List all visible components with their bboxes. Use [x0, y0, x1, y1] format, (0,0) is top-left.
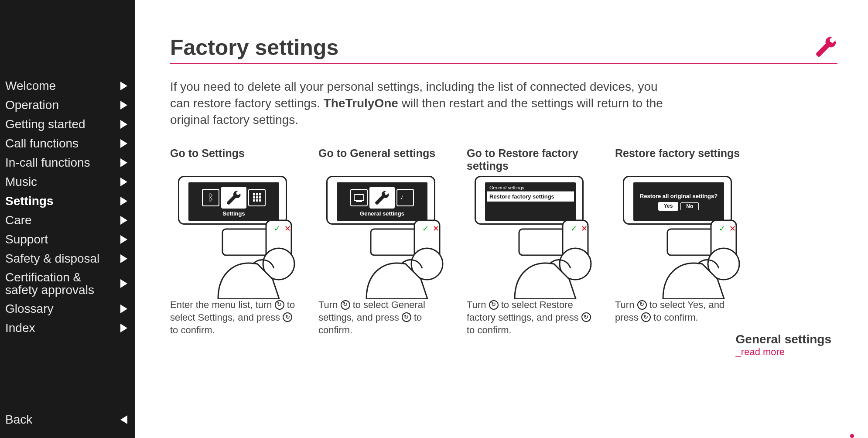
- main-content: Factory settings If you need to delete a…: [135, 0, 868, 438]
- step-description: Turn ↻ to select General settings, and p…: [318, 299, 451, 336]
- general-wrench-icon: [369, 187, 395, 209]
- chevron-right-icon: [120, 120, 127, 129]
- jog-wheel-icon: ↻: [341, 300, 350, 310]
- sidebar-item-label: Safety & disposal: [5, 252, 99, 266]
- brand-logo: novero•: [844, 434, 860, 438]
- settings-wrench-icon: [221, 187, 246, 209]
- svg-text:✕: ✕: [284, 224, 291, 233]
- sidebar-item-index[interactable]: Index: [0, 318, 135, 338]
- sidebar-item-label: Call functions: [5, 137, 79, 151]
- chevron-right-icon: [120, 139, 127, 148]
- sidebar-item-glossary[interactable]: Glossary: [0, 299, 135, 318]
- sidebar-item-label: Glossary: [5, 302, 53, 316]
- chevron-right-icon: [120, 178, 127, 186]
- desc-text: Turn: [318, 299, 341, 310]
- steps-row: Go to Settings ᛒ Settings: [170, 147, 837, 336]
- step-4: Restore factory settings Restore all ori…: [615, 147, 748, 336]
- grid-icon: [248, 189, 266, 206]
- music-note-icon: [396, 189, 414, 206]
- title-row: Factory settings: [170, 35, 837, 64]
- sidebar-item-label: Operation: [5, 98, 59, 112]
- sidebar-item-label: Care: [5, 213, 32, 227]
- sidebar-item-getting-started[interactable]: Getting started: [0, 115, 135, 134]
- device-illustration: ᛒ Settings ✓: [170, 174, 301, 296]
- chevron-right-icon: [120, 235, 127, 244]
- back-button[interactable]: Back: [0, 410, 135, 429]
- sidebar-item-label: Getting started: [5, 117, 85, 131]
- sidebar-item-label: Certification & safety approvals: [5, 271, 106, 297]
- display-icon: [350, 189, 368, 206]
- sidebar-item-in-call-functions[interactable]: In-call functions: [0, 153, 135, 172]
- jog-wheel-icon: ↻: [275, 300, 284, 310]
- step-title: Go to General settings: [318, 147, 451, 174]
- desc-text: Enter the menu list, turn: [170, 299, 275, 310]
- related-link-block: General settings _read more: [736, 332, 831, 358]
- chevron-right-icon: [120, 158, 127, 167]
- sidebar-item-label: Settings: [5, 194, 53, 208]
- chevron-right-icon: [120, 324, 127, 332]
- step-title: Go to Restore factory settings: [467, 147, 599, 174]
- desc-text: Turn: [467, 299, 489, 310]
- svg-text:✓: ✓: [719, 224, 725, 233]
- device-illustration: General settings ✓ ✕: [318, 174, 449, 296]
- bluetooth-icon: ᛒ: [202, 189, 219, 206]
- chevron-right-icon: [120, 101, 127, 110]
- svg-text:✕: ✕: [729, 224, 736, 233]
- menu-icon-row: [350, 187, 414, 209]
- desc-text: to confirm.: [651, 312, 698, 323]
- sidebar-item-label: Support: [5, 233, 48, 246]
- step-title: Restore factory settings: [615, 147, 748, 174]
- sidebar-item-label: Index: [5, 321, 35, 335]
- sidebar-item-operation[interactable]: Operation: [0, 96, 135, 115]
- svg-text:✓: ✓: [274, 224, 280, 233]
- sidebar-item-care[interactable]: Care: [0, 211, 135, 230]
- desc-text: to confirm.: [170, 325, 215, 335]
- svg-text:✓: ✓: [422, 224, 429, 233]
- sidebar-item-certification[interactable]: Certification & safety approvals: [0, 268, 135, 299]
- svg-rect-0: [222, 229, 270, 255]
- sidebar-item-settings[interactable]: Settings: [0, 192, 135, 211]
- hand-illustration: ✓ ✕: [654, 207, 750, 299]
- sidebar: Welcome Operation Getting started Call f…: [0, 0, 135, 438]
- step-2: Go to General settings General settings: [318, 147, 451, 336]
- svg-text:✓: ✓: [571, 224, 577, 233]
- menu-item-selected: Restore factory settings: [487, 192, 574, 202]
- related-title: General settings: [736, 332, 831, 346]
- jog-press-icon: ↻: [283, 312, 292, 322]
- menu-list: General settings Restore factory setting…: [487, 184, 574, 202]
- menu-icon-row: ᛒ: [202, 187, 266, 209]
- step-3: Go to Restore factory settings General s…: [467, 147, 599, 336]
- page-title: Factory settings: [170, 35, 338, 60]
- sidebar-item-safety-disposal[interactable]: Safety & disposal: [0, 249, 135, 268]
- wrench-icon: [815, 35, 837, 60]
- svg-text:✕: ✕: [581, 224, 588, 233]
- step-description: Enter the menu list, turn ↻ to select Se…: [170, 299, 303, 336]
- jog-press-icon: ↻: [641, 312, 651, 322]
- device-illustration: General settings Restore factory setting…: [467, 174, 598, 296]
- hand-illustration: ✓ ✕: [209, 207, 305, 299]
- read-more-link[interactable]: _read more: [736, 346, 785, 357]
- brand-dot: •: [844, 434, 860, 438]
- jog-wheel-icon: ↻: [489, 300, 499, 310]
- sidebar-item-label: Welcome: [5, 79, 56, 93]
- device-illustration: Restore all original settings? Yes No: [615, 174, 746, 296]
- confirm-question: Restore all original settings?: [635, 193, 722, 199]
- sidebar-item-support[interactable]: Support: [0, 230, 135, 249]
- chevron-right-icon: [120, 197, 127, 205]
- back-label: Back: [5, 413, 32, 427]
- jog-press-icon: ↻: [581, 312, 591, 322]
- chevron-right-icon: [120, 216, 127, 225]
- jog-wheel-icon: ↻: [637, 300, 647, 310]
- hand-illustration: ✓ ✕: [506, 207, 602, 299]
- jog-press-icon: ↻: [402, 312, 411, 322]
- intro-product-name: TheTrulyOne: [324, 96, 398, 110]
- sidebar-item-label: In-call functions: [5, 156, 90, 170]
- sidebar-item-music[interactable]: Music: [0, 172, 135, 192]
- desc-text: Turn: [615, 299, 637, 310]
- chevron-right-icon: [120, 254, 127, 263]
- sidebar-item-label: Music: [5, 175, 37, 189]
- menu-header: General settings: [487, 184, 574, 192]
- svg-rect-5: [371, 229, 419, 255]
- sidebar-item-welcome[interactable]: Welcome: [0, 76, 135, 96]
- sidebar-item-call-functions[interactable]: Call functions: [0, 134, 135, 153]
